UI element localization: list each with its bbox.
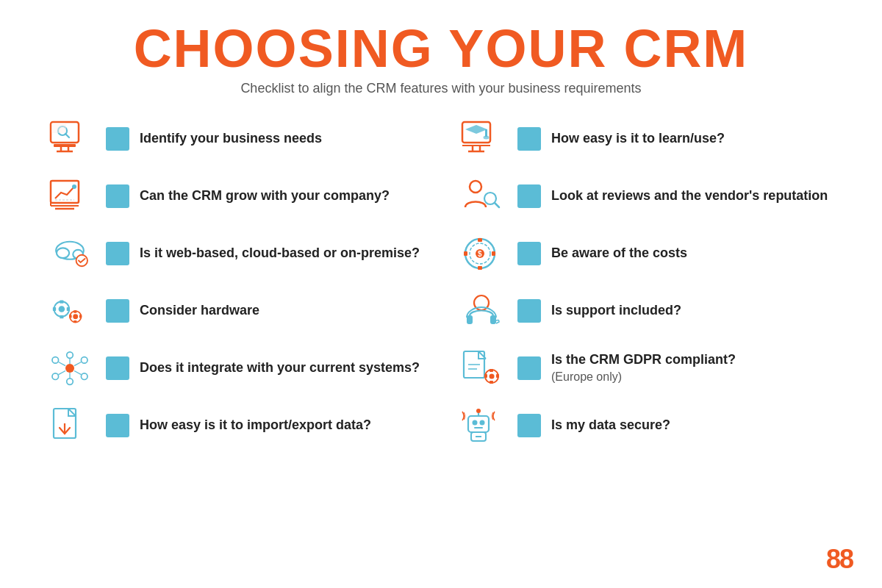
checkbox-hardware[interactable] [106, 299, 129, 323]
svg-rect-30 [478, 238, 482, 242]
svg-rect-7 [51, 123, 66, 133]
item-label-easy-learn: How easy is it to learn/use? [551, 130, 725, 147]
list-item: Is the CRM GDPR compliant? (Europe only) [456, 346, 838, 390]
svg-line-60 [59, 362, 65, 365]
item-label-costs: Be aware of the costs [551, 245, 687, 262]
svg-point-78 [473, 420, 478, 425]
checkbox-integrate[interactable] [106, 356, 129, 380]
svg-point-79 [480, 420, 485, 425]
svg-rect-33 [492, 251, 495, 256]
list-item: Look at reviews and the vendor's reputat… [456, 174, 838, 218]
item-label-business-needs: Identify your business needs [140, 130, 322, 147]
list-item: Does it integrate with your current syst… [44, 346, 426, 390]
svg-line-63 [74, 370, 81, 374]
list-item: $ Be aware of the costs [456, 232, 838, 276]
page-subtitle: Checklist to align the CRM features with… [240, 81, 641, 96]
svg-point-21 [470, 181, 481, 193]
item-label-crm-grow: Can the CRM grow with your company? [140, 187, 390, 204]
checkbox-support[interactable] [517, 299, 541, 323]
svg-marker-13 [465, 125, 487, 134]
item-label-gdpr: Is the CRM GDPR compliant? (Europe only) [551, 351, 736, 386]
file-download-icon [44, 404, 96, 448]
headset-icon [456, 289, 507, 333]
svg-point-25 [57, 248, 69, 258]
svg-rect-49 [467, 315, 473, 324]
checklist-grid: Identify your business needs How easy is… [44, 117, 838, 448]
network-icon [44, 346, 96, 390]
file-gear-icon [456, 346, 507, 390]
svg-point-55 [81, 373, 87, 379]
checkbox-web-cloud[interactable] [106, 242, 129, 265]
item-label-web-cloud: Is it web-based, cloud-based or on-premi… [140, 245, 420, 262]
checkbox-easy-learn[interactable] [517, 127, 541, 151]
svg-line-61 [74, 362, 81, 365]
cloud-icon [44, 232, 96, 276]
checkbox-business-needs[interactable] [106, 127, 129, 151]
item-label-hardware: Consider hardware [140, 302, 259, 319]
list-item: Can the CRM grow with your company? [44, 174, 426, 218]
svg-rect-46 [69, 315, 71, 318]
svg-rect-32 [464, 251, 467, 256]
svg-rect-72 [484, 374, 487, 378]
svg-rect-39 [60, 315, 63, 318]
svg-point-15 [484, 135, 490, 139]
svg-rect-1 [54, 144, 76, 147]
graduation-monitor-icon [456, 117, 507, 161]
list-item: Is my data secure? [456, 404, 838, 448]
svg-point-69 [490, 373, 495, 379]
svg-rect-45 [74, 320, 76, 322]
svg-point-53 [81, 356, 87, 363]
svg-rect-70 [490, 369, 493, 372]
list-item: Consider hardware [44, 289, 426, 333]
item-label-data-secure: Is my data secure? [551, 417, 670, 434]
svg-point-54 [52, 373, 59, 379]
checkbox-import-export[interactable] [106, 414, 129, 437]
svg-point-82 [476, 409, 481, 413]
svg-rect-38 [60, 300, 63, 303]
item-label-support: Is support included? [551, 302, 681, 319]
page-title: CHOOSING YOUR CRM [134, 22, 749, 75]
logo-text: 88 [826, 544, 853, 574]
item-label-integrate: Does it integrate with your current syst… [140, 359, 420, 376]
monitor-search-icon [44, 117, 96, 161]
checkbox-gdpr[interactable] [517, 356, 541, 380]
checkbox-crm-grow[interactable] [106, 184, 129, 208]
svg-line-75 [68, 409, 76, 416]
person-search-icon [456, 174, 507, 218]
svg-point-37 [59, 306, 65, 312]
logo: 88 [826, 544, 853, 575]
svg-rect-40 [53, 306, 56, 310]
svg-point-43 [73, 314, 78, 319]
item-label-import-export: How easy is it to import/export data? [140, 417, 371, 434]
svg-line-62 [59, 370, 65, 374]
list-item: Is support included? [456, 289, 838, 333]
svg-rect-50 [490, 315, 496, 324]
svg-rect-31 [478, 266, 482, 270]
list-item: Identify your business needs [44, 117, 426, 161]
checkbox-reviews[interactable] [517, 184, 541, 208]
svg-point-57 [67, 378, 74, 384]
chart-growth-icon [44, 174, 96, 218]
svg-rect-44 [74, 310, 76, 312]
list-item: How easy is it to import/export data? [44, 404, 426, 448]
svg-point-52 [52, 356, 59, 363]
list-item: How easy is it to learn/use? [456, 117, 838, 161]
svg-point-51 [65, 364, 74, 373]
svg-text:$: $ [478, 250, 482, 258]
checkbox-data-secure[interactable] [517, 414, 541, 437]
robot-secure-icon [456, 404, 507, 448]
gears-icon [44, 289, 96, 333]
svg-rect-47 [79, 315, 82, 318]
svg-rect-71 [490, 381, 493, 384]
list-item: Is it web-based, cloud-based or on-premi… [44, 232, 426, 276]
svg-rect-73 [496, 374, 499, 378]
svg-point-56 [67, 351, 74, 358]
svg-line-23 [495, 203, 499, 207]
item-label-reviews: Look at reviews and the vendor's reputat… [551, 187, 828, 204]
svg-point-19 [72, 184, 76, 189]
checkbox-costs[interactable] [517, 242, 541, 265]
svg-rect-77 [468, 416, 489, 432]
dollar-gear-icon: $ [456, 232, 507, 276]
svg-line-6 [65, 134, 69, 137]
svg-rect-41 [67, 306, 70, 310]
